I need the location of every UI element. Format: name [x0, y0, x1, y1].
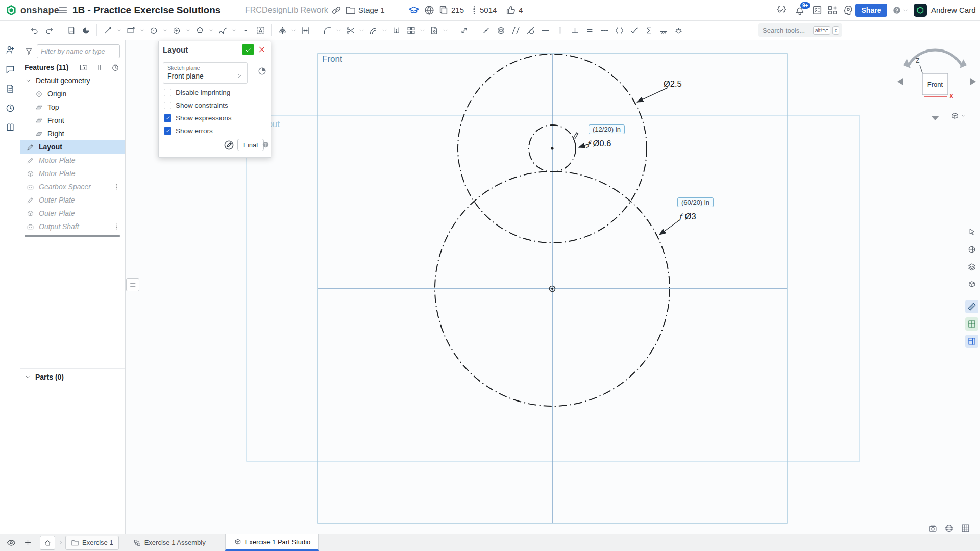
horizontal-constraint[interactable] [538, 23, 552, 37]
tab-exercise-1-part-studio[interactable]: Exercise 1 Part Studio [225, 534, 320, 551]
feature-item-right[interactable]: Right [20, 127, 125, 140]
sketch-dialog-button[interactable] [64, 23, 78, 37]
pierce-constraint[interactable] [672, 23, 685, 37]
rollback-handle-icon[interactable] [113, 183, 120, 191]
select-filter-button[interactable] [965, 226, 978, 239]
redo-button[interactable] [42, 23, 56, 37]
center-circle-tool[interactable] [170, 23, 183, 37]
history-button[interactable] [4, 102, 16, 114]
chevron-down-icon[interactable] [336, 28, 341, 33]
feature-item-gearbox-spacer[interactable]: Gearbox Spacer [20, 180, 125, 193]
stage-label[interactable]: Stage 1 [358, 0, 385, 20]
feature-item-outer-plate[interactable]: Outer Plate [20, 193, 125, 207]
variables-panel-button[interactable] [965, 317, 978, 331]
share-users-button[interactable] [4, 44, 16, 56]
public-icon[interactable] [424, 5, 435, 16]
assistant-icon[interactable] [842, 5, 853, 16]
view-cube-front-face[interactable]: Front [922, 73, 948, 95]
help-caret-icon[interactable] [903, 8, 909, 13]
chevron-down-icon[interactable] [208, 28, 214, 33]
tool-search[interactable]: alt/⌥ c [758, 23, 842, 37]
circle-center-point[interactable] [551, 147, 553, 149]
home-tab-button[interactable] [40, 536, 55, 550]
offset-tool[interactable] [366, 23, 380, 37]
sketch-toggle-icon[interactable] [223, 139, 235, 151]
named-views-button[interactable] [965, 278, 978, 291]
final-button[interactable]: Final [237, 139, 264, 151]
pattern-tool[interactable] [404, 23, 418, 37]
user-name[interactable]: Andrew Card [931, 0, 976, 20]
dimension-small-circle[interactable]: ƒ Ø0.6 [587, 139, 611, 148]
cancel-button[interactable] [257, 45, 266, 54]
stage-folder-icon[interactable] [345, 5, 356, 16]
chevron-down-icon[interactable] [139, 28, 145, 33]
undo-button[interactable] [28, 23, 41, 37]
text-tool[interactable] [254, 23, 267, 37]
view-modes-dropdown[interactable] [950, 111, 966, 120]
feature-item-layout[interactable]: Layout [20, 140, 125, 154]
import-dxf-tool[interactable] [427, 23, 440, 37]
concentric-constraint[interactable] [494, 23, 507, 37]
feature-filter-input[interactable] [37, 44, 120, 58]
panel-layout-button[interactable] [965, 335, 978, 348]
fillet-tool[interactable] [321, 23, 334, 37]
checkbox-box[interactable] [164, 127, 172, 135]
help-icon[interactable] [892, 6, 901, 15]
snapshot-button[interactable] [928, 523, 938, 533]
avatar[interactable] [914, 4, 927, 17]
user-menu-caret-icon[interactable] [971, 8, 976, 13]
commit-button[interactable] [242, 44, 254, 55]
apps-icon[interactable] [827, 5, 838, 16]
feature-list-toggle-button[interactable] [126, 278, 139, 291]
selection-pie-icon[interactable] [257, 66, 267, 76]
feature-item-outer-plate[interactable]: Outer Plate [20, 207, 125, 220]
tool-search-input[interactable] [762, 26, 811, 35]
feature-item-front[interactable]: Front [20, 114, 125, 127]
chevron-down-icon[interactable] [443, 28, 448, 33]
copies-icon[interactable] [438, 5, 449, 16]
transform-tool[interactable] [457, 23, 471, 37]
filter-icon[interactable] [24, 47, 33, 56]
chevron-down-icon[interactable] [231, 28, 237, 33]
parts-chevron-icon[interactable] [24, 373, 32, 381]
coincident-constraint[interactable] [479, 23, 493, 37]
checkbox-show-errors[interactable]: Show errors [164, 127, 266, 135]
feature-item-output-shaft[interactable]: Output Shaft [20, 220, 125, 233]
trim-tool[interactable] [344, 23, 357, 37]
equal-constraint[interactable] [583, 23, 596, 37]
tasks-icon[interactable] [812, 5, 823, 16]
clear-selection-icon[interactable] [237, 73, 243, 79]
mirror-tool[interactable] [276, 23, 289, 37]
polygon-tool[interactable] [193, 23, 206, 37]
feature-item-origin[interactable]: Origin [20, 87, 125, 101]
featurescript-icon[interactable] [776, 5, 787, 16]
main-menu-icon[interactable] [57, 5, 68, 16]
new-tab-button[interactable] [23, 538, 32, 547]
chevron-down-icon[interactable] [185, 28, 191, 33]
chevron-down-icon[interactable] [382, 28, 387, 33]
tangent-constraint[interactable] [524, 23, 537, 37]
onshape-wordmark[interactable]: onshape [20, 0, 59, 20]
likes-icon[interactable] [505, 5, 517, 16]
sketch-canvas[interactable] [0, 0, 980, 551]
learning-icon[interactable] [408, 5, 420, 16]
reference-library-button[interactable] [4, 121, 16, 134]
normal-constraint[interactable] [627, 23, 641, 37]
search-tabs-icon[interactable] [6, 538, 16, 548]
view-cube[interactable]: Front Z X [893, 44, 980, 126]
onshape-logo-icon[interactable] [6, 5, 17, 16]
point-tool[interactable] [239, 23, 252, 37]
views-icon[interactable] [469, 5, 480, 16]
suppress-icon[interactable] [95, 63, 104, 72]
checkbox-box[interactable] [164, 102, 172, 109]
checkbox-box[interactable] [164, 114, 172, 122]
equation-constraint[interactable] [642, 23, 655, 37]
midpoint-constraint[interactable] [598, 23, 611, 37]
sketch-region-button[interactable] [79, 23, 92, 37]
symmetric-constraint[interactable] [612, 23, 626, 37]
perpendicular-constraint[interactable] [568, 23, 581, 37]
rollback-handle-icon[interactable] [113, 222, 120, 231]
section-view-button[interactable] [965, 243, 978, 256]
checkbox-disable-imprinting[interactable]: Disable imprinting [164, 89, 266, 96]
measure-panel-button[interactable] [965, 300, 978, 313]
